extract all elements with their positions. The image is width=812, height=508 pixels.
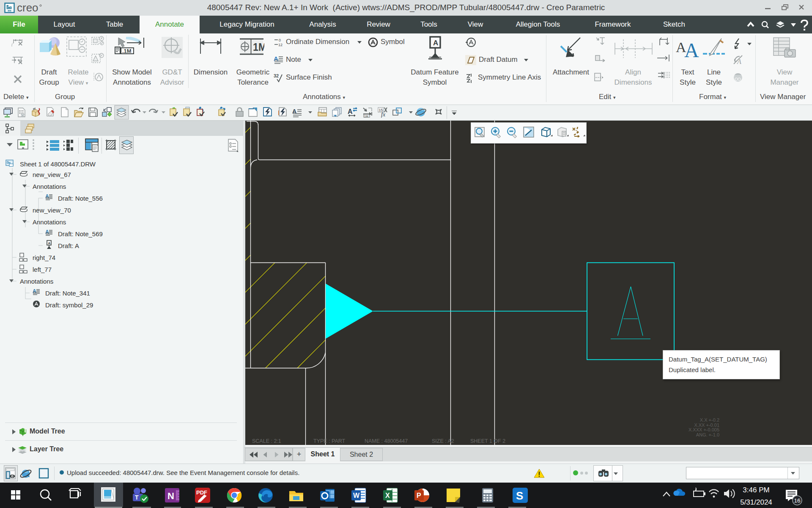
- svg-text:TYPE : PART: TYPE : PART: [313, 438, 346, 444]
- svg-text:32: 32: [274, 73, 279, 78]
- svg-text:SHEET 1 OF 2: SHEET 1 OF 2: [470, 438, 505, 444]
- svg-text:N: N: [167, 491, 174, 501]
- svg-text:right_74: right_74: [33, 254, 55, 261]
- svg-text:16: 16: [794, 497, 800, 504]
- svg-text:3:46 PM: 3:46 PM: [743, 486, 769, 494]
- svg-text:A: A: [737, 58, 741, 65]
- svg-text:fx: fx: [381, 111, 386, 118]
- svg-text:S: S: [516, 489, 523, 502]
- svg-text:Draft: Note_341: Draft: Note_341: [45, 290, 90, 297]
- svg-text:T: T: [135, 494, 139, 501]
- svg-text:A: A: [433, 39, 438, 47]
- svg-text:W: W: [353, 492, 360, 499]
- svg-text:new_view_70: new_view_70: [33, 207, 71, 214]
- svg-text:1M: 1M: [253, 41, 264, 53]
- svg-text:Annotations: Annotations: [20, 278, 53, 285]
- svg-text:1M: 1M: [364, 115, 368, 118]
- svg-text:5/31/2024: 5/31/2024: [740, 498, 772, 506]
- svg-text:X: X: [385, 492, 390, 499]
- svg-text:Sheet 1 of 48005447.DRW: Sheet 1 of 48005447.DRW: [20, 160, 96, 168]
- svg-text:A: A: [684, 39, 699, 59]
- svg-text:left_77: left_77: [33, 266, 52, 273]
- svg-text:SCALE : 2:1: SCALE : 2:1: [252, 438, 281, 444]
- svg-text:X.X +-0.2: X.X +-0.2: [700, 417, 719, 422]
- svg-text:new_view_67: new_view_67: [33, 171, 71, 178]
- svg-text:A: A: [274, 55, 278, 62]
- svg-text:0: 0: [279, 38, 281, 42]
- svg-text:NAME : 48005447: NAME : 48005447: [365, 438, 408, 444]
- svg-text:PDF: PDF: [196, 489, 207, 496]
- svg-text:A: A: [48, 241, 51, 245]
- svg-text:Draft: Note_556: Draft: Note_556: [58, 195, 103, 202]
- svg-text:Annotations: Annotations: [33, 183, 66, 190]
- svg-text:Annotations: Annotations: [33, 218, 66, 226]
- svg-text:X.XX +-0.01: X.XX +-0.01: [694, 422, 719, 428]
- svg-text:Draft: A: Draft: A: [58, 242, 79, 249]
- svg-text:SIZE : A2: SIZE : A2: [432, 438, 454, 444]
- svg-text:12: 12: [278, 43, 283, 47]
- svg-text:A: A: [348, 108, 353, 115]
- svg-text:X.XXX +-0.005: X.XXX +-0.005: [689, 427, 719, 432]
- svg-text:ANG. +-1.0: ANG. +-1.0: [696, 432, 719, 437]
- svg-text:Draft: symbol_29: Draft: symbol_29: [45, 301, 93, 309]
- svg-text:.1M: .1M: [122, 48, 132, 54]
- svg-text:P: P: [417, 492, 421, 499]
- svg-text:Draft: Note_569: Draft: Note_569: [58, 230, 103, 237]
